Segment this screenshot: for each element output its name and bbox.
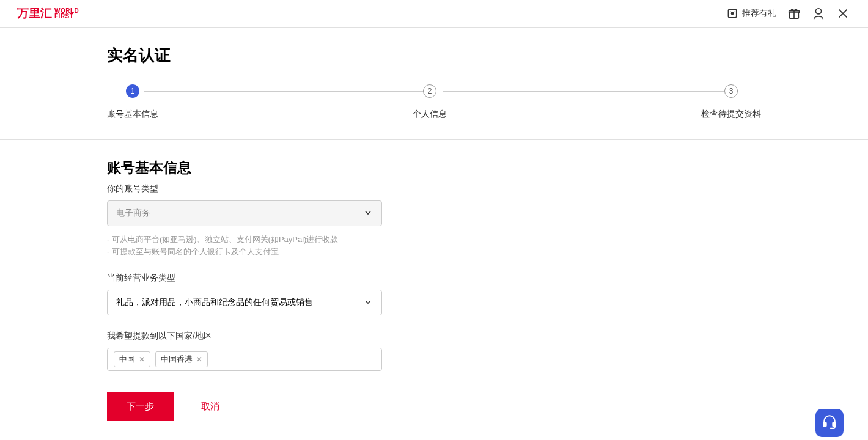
business-type-value: 礼品，派对用品，小商品和纪念品的任何贸易或销售	[116, 297, 313, 308]
hint-line-1: - 可从电商平台(如亚马逊)、独立站、支付网关(如PayPal)进行收款	[107, 233, 489, 246]
close-icon[interactable]	[836, 7, 850, 20]
step-label-3: 检查待提交资料	[701, 109, 761, 120]
tag-hongkong: 中国香港 ✕	[155, 351, 208, 367]
field-withdraw-region: 我希望提款到以下国家/地区 中国 ✕ 中国香港 ✕	[107, 331, 489, 371]
step-line-2	[443, 91, 724, 92]
step-label-2: 个人信息	[413, 109, 447, 120]
referral-icon	[726, 7, 738, 20]
step-1: 1 账号基本信息	[107, 84, 158, 120]
step-circle-2: 2	[423, 84, 436, 98]
svg-rect-9	[833, 422, 835, 427]
user-icon[interactable]	[812, 7, 825, 20]
svg-point-5	[815, 9, 821, 14]
step-circle-1: 1	[126, 84, 139, 98]
cancel-button[interactable]: 取消	[201, 401, 219, 413]
logo-en: WORLD FIRST	[54, 8, 79, 19]
step-label-1: 账号基本信息	[107, 109, 158, 120]
withdraw-region-tags[interactable]: 中国 ✕ 中国香港 ✕	[107, 348, 382, 371]
account-type-hints: - 可从电商平台(如亚马逊)、独立站、支付网关(如PayPal)进行收款 - 可…	[107, 233, 489, 257]
stepper: 1 账号基本信息 2 个人信息 3 检查待提交资料	[0, 84, 868, 120]
withdraw-region-label: 我希望提款到以下国家/地区	[107, 331, 489, 342]
svg-point-1	[731, 12, 733, 14]
referral-label: 推荐有礼	[742, 8, 776, 19]
form-container: 账号基本信息 你的账号类型 电子商务 - 可从电商平台(如亚马逊)、独立站、支付…	[0, 140, 489, 421]
next-button[interactable]: 下一步	[107, 392, 174, 421]
svg-rect-8	[823, 422, 826, 427]
business-type-label: 当前经营业务类型	[107, 273, 489, 284]
tag-china: 中国 ✕	[114, 351, 150, 367]
referral-link[interactable]: 推荐有礼	[726, 7, 776, 20]
header: 万里汇 WORLD FIRST 推荐有礼	[0, 0, 868, 28]
field-business-type: 当前经营业务类型 礼品，派对用品，小商品和纪念品的任何贸易或销售	[107, 273, 489, 315]
tag-label: 中国	[119, 354, 135, 365]
tag-remove-icon[interactable]: ✕	[196, 355, 202, 364]
account-type-value: 电子商务	[116, 208, 150, 219]
page-title: 实名认证	[107, 45, 868, 66]
headset-icon	[822, 414, 837, 432]
help-bubble[interactable]	[815, 409, 844, 437]
tag-remove-icon[interactable]: ✕	[139, 355, 145, 364]
step-circle-3: 3	[724, 84, 738, 98]
logo-cn: 万里汇	[17, 6, 52, 21]
gift-icon[interactable]	[787, 7, 801, 20]
chevron-down-icon	[363, 208, 373, 219]
tag-label: 中国香港	[161, 354, 193, 365]
field-account-type: 你的账号类型 电子商务 - 可从电商平台(如亚马逊)、独立站、支付网关(如Pay…	[107, 183, 489, 257]
button-row: 下一步 取消	[107, 392, 489, 421]
step-3: 3 检查待提交资料	[701, 84, 761, 120]
section-title: 账号基本信息	[107, 158, 489, 177]
step-line-1	[144, 91, 425, 92]
header-right: 推荐有礼	[726, 7, 850, 20]
account-type-select[interactable]: 电子商务	[107, 200, 382, 226]
account-type-label: 你的账号类型	[107, 183, 489, 194]
hint-line-2: - 可提款至与账号同名的个人银行卡及个人支付宝	[107, 246, 489, 258]
business-type-select[interactable]: 礼品，派对用品，小商品和纪念品的任何贸易或销售	[107, 290, 382, 315]
step-2: 2 个人信息	[413, 84, 447, 120]
logo[interactable]: 万里汇 WORLD FIRST	[17, 6, 79, 21]
chevron-down-icon	[363, 297, 373, 309]
